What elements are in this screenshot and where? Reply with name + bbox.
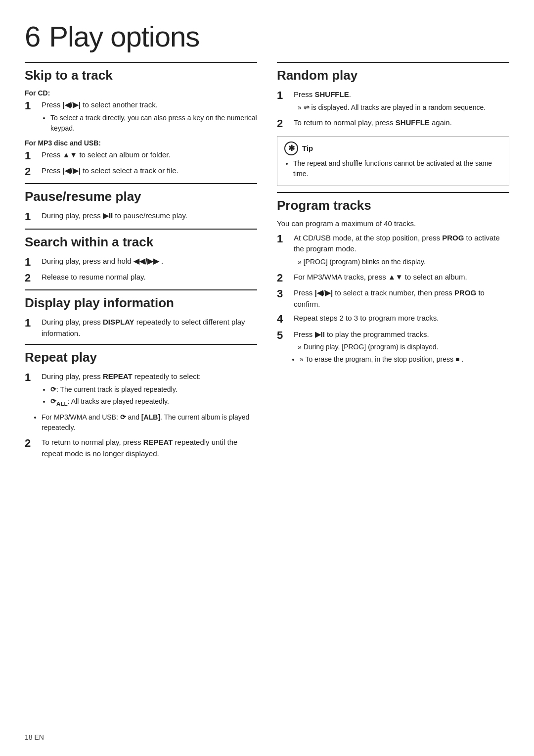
step-prog-2: 2 For MP3/WMA tracks, press ▲▼ to select… [277, 272, 509, 284]
step-repeat-2: 2 To return to normal play, press REPEAT… [25, 437, 257, 459]
step-prog-5-sub-bullets: To erase the program, in the stop positi… [300, 354, 509, 365]
section-title-skip: Skip to a track [25, 68, 257, 83]
section-pause-resume: Pause/resume play 1 During play, press ▶… [25, 183, 257, 223]
tip-label: Tip [302, 143, 313, 154]
repeat-extra-bullets: For MP3/WMA and USB: ⟳ and [ALB]. The cu… [42, 412, 257, 433]
bullet-item: ⟳ALL: All tracks are played repeatedly. [50, 396, 257, 408]
step-repeat-1-bullets: ⟳: The current track is played repeatedl… [50, 384, 257, 408]
section-search-track: Search within a track 1 During play, pre… [25, 229, 257, 285]
section-program-tracks: Program tracks You can program a maximum… [277, 192, 509, 366]
section-random-play: Random play 1 Press SHUFFLE. ⇌ is displa… [277, 62, 509, 186]
arrow-item: [PROG] (program) blinks on the display. [298, 257, 509, 267]
step-skip-1: 1 Press |◀/▶| to select another track. T… [25, 99, 257, 135]
arrow-item: During play, [PROG] (program) is display… [298, 342, 509, 365]
step-random-1-arrows: ⇌ is displayed. All tracks are played in… [298, 102, 509, 113]
step-prog-3: 3 Press |◀/▶| to select a track number, … [277, 287, 509, 310]
step-random-2: 2 To return to normal play, press SHUFFL… [277, 117, 509, 130]
section-title-search: Search within a track [25, 235, 257, 250]
program-intro: You can program a maximum of 40 tracks. [277, 219, 509, 228]
bullet-item: The repeat and shuffle functions cannot … [293, 158, 502, 179]
section-repeat-play: Repeat play 1 During play, press REPEAT … [25, 344, 257, 459]
step-skip-mp3-1: 1 Press ▲▼ to select an album or folder. [25, 149, 257, 162]
tip-bullets: The repeat and shuffle functions cannot … [293, 158, 502, 179]
step-prog-1-arrows: [PROG] (program) blinks on the display. [298, 257, 509, 267]
step-prog-5-arrows: During play, [PROG] (program) is display… [298, 342, 509, 365]
tip-header: ✱ Tip [284, 142, 502, 155]
bullet-item: ⟳: The current track is played repeatedl… [50, 384, 257, 395]
section-skip-track: Skip to a track For CD: 1 Press |◀/▶| to… [25, 62, 257, 178]
arrow-item: ⇌ is displayed. All tracks are played in… [298, 102, 509, 113]
step-random-1: 1 Press SHUFFLE. ⇌ is displayed. All tra… [277, 89, 509, 114]
sublabel-for-mp3: For MP3 disc and USB: [25, 139, 257, 147]
section-title-random: Random play [277, 68, 509, 83]
section-title-display: Display play information [25, 295, 257, 311]
section-title-pause: Pause/resume play [25, 189, 257, 204]
sublabel-for-cd: For CD: [25, 89, 257, 97]
left-column: Skip to a track For CD: 1 Press |◀/▶| to… [25, 62, 257, 464]
bullet-item: To select a track directly, you can also… [50, 113, 257, 134]
step-prog-5: 5 Press ▶II to play the programmed track… [277, 329, 509, 367]
step-prog-4: 4 Repeat steps 2 to 3 to program more tr… [277, 313, 509, 326]
step-repeat-1: 1 During play, press REPEAT repeatedly t… [25, 371, 257, 409]
bullet-item: To erase the program, in the stop positi… [300, 354, 509, 365]
step-skip-1-bullets: To select a track directly, you can also… [50, 113, 257, 134]
section-display-info: Display play information 1 During play, … [25, 289, 257, 339]
tip-box: ✱ Tip The repeat and shuffle functions c… [277, 136, 509, 186]
bullet-item: For MP3/WMA and USB: ⟳ and [ALB]. The cu… [42, 412, 257, 433]
step-skip-mp3-2: 2 Press |◀/▶| to select select a track o… [25, 165, 257, 178]
tip-icon: ✱ [284, 142, 298, 155]
step-prog-1: 1 At CD/USB mode, at the stop position, … [277, 233, 509, 269]
page-footer: 18 EN [25, 733, 44, 741]
page-title: 6Play options [25, 20, 509, 53]
step-display-1: 1 During play, press DISPLAY repeatedly … [25, 317, 257, 339]
section-title-repeat: Repeat play [25, 350, 257, 365]
section-title-program: Program tracks [277, 198, 509, 213]
right-column: Random play 1 Press SHUFFLE. ⇌ is displa… [277, 62, 509, 464]
step-pause-1: 1 During play, press ▶II to pause/resume… [25, 210, 257, 223]
step-search-1: 1 During play, press and hold ◀◀/▶▶ . [25, 256, 257, 269]
step-search-2: 2 Release to resume normal play. [25, 272, 257, 284]
